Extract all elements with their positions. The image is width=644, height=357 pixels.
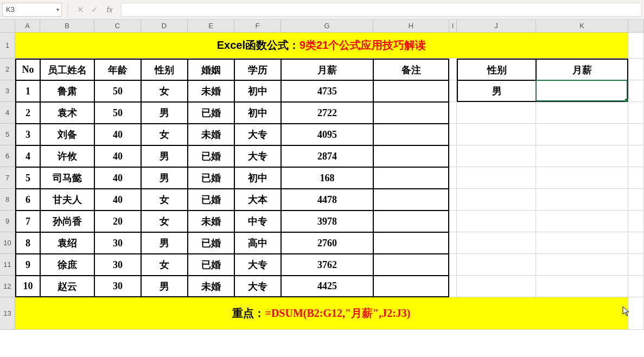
col-header[interactable]: H <box>373 20 449 33</box>
cell-name[interactable]: 许攸 <box>40 145 94 167</box>
cell-marriage[interactable]: 已婚 <box>188 232 234 254</box>
cell[interactable] <box>449 254 457 276</box>
cell-no[interactable]: 4 <box>15 145 40 167</box>
cell[interactable] <box>628 80 644 102</box>
cell-no[interactable]: 5 <box>15 167 40 189</box>
cell-salary[interactable]: 168 <box>281 167 373 189</box>
col-header[interactable]: D <box>141 20 188 33</box>
col-header[interactable]: K <box>536 20 628 33</box>
col-header[interactable]: A <box>15 20 40 33</box>
cell-age[interactable]: 40 <box>94 145 141 167</box>
row-header[interactable]: 2 <box>0 59 15 80</box>
cell-age[interactable]: 50 <box>94 102 141 124</box>
row-header[interactable]: 3 <box>0 80 15 102</box>
cell[interactable] <box>457 276 536 297</box>
row-header[interactable]: 5 <box>0 124 15 145</box>
cell[interactable] <box>628 211 644 232</box>
header-remark[interactable]: 备注 <box>373 59 449 80</box>
cell-age[interactable]: 30 <box>94 232 141 254</box>
col-header[interactable] <box>628 20 644 33</box>
header-edu[interactable]: 学历 <box>234 59 281 80</box>
cell-remark[interactable] <box>373 102 449 124</box>
cell-age[interactable]: 40 <box>94 124 141 145</box>
cell[interactable] <box>628 59 644 80</box>
cell[interactable] <box>536 276 628 297</box>
row-header[interactable]: 11 <box>0 254 15 276</box>
cell-edu[interactable]: 初中 <box>234 102 281 124</box>
cell[interactable] <box>449 124 457 145</box>
cell[interactable] <box>628 102 644 124</box>
cell-edu[interactable]: 高中 <box>234 232 281 254</box>
cell[interactable] <box>449 59 457 80</box>
cell-gender[interactable]: 女 <box>141 211 188 232</box>
cell-gender[interactable]: 男 <box>141 232 188 254</box>
cell-edu[interactable]: 大专 <box>234 124 281 145</box>
cell-gender[interactable]: 男 <box>141 102 188 124</box>
cell[interactable] <box>628 33 644 59</box>
criteria-gender-label[interactable]: 性别 <box>457 59 536 80</box>
cell-marriage[interactable]: 已婚 <box>188 254 234 276</box>
cell[interactable] <box>449 102 457 124</box>
cell[interactable] <box>457 232 536 254</box>
cell-marriage[interactable]: 未婚 <box>188 80 234 102</box>
cell-no[interactable]: 8 <box>15 232 40 254</box>
row-header[interactable]: 8 <box>0 189 15 211</box>
cell-name[interactable]: 甘夫人 <box>40 189 94 211</box>
cell-marriage[interactable]: 未婚 <box>188 124 234 145</box>
cell[interactable] <box>536 167 628 189</box>
cell[interactable] <box>449 232 457 254</box>
cell-edu[interactable]: 大专 <box>234 145 281 167</box>
cell-gender[interactable]: 女 <box>141 80 188 102</box>
cell[interactable] <box>628 254 644 276</box>
cell-edu[interactable]: 大专 <box>234 276 281 297</box>
cell[interactable] <box>628 276 644 297</box>
header-salary[interactable]: 月薪 <box>281 59 373 80</box>
header-marriage[interactable]: 婚姻 <box>188 59 234 80</box>
cell-remark[interactable] <box>373 167 449 189</box>
cell-no[interactable]: 7 <box>15 211 40 232</box>
row-header[interactable]: 6 <box>0 145 15 167</box>
cell-age[interactable]: 40 <box>94 167 141 189</box>
row-header[interactable]: 1 <box>0 33 15 59</box>
cell-no[interactable]: 3 <box>15 124 40 145</box>
col-header[interactable]: J <box>457 20 536 33</box>
cell-remark[interactable] <box>373 276 449 297</box>
cell-age[interactable]: 30 <box>94 254 141 276</box>
cell-marriage[interactable]: 已婚 <box>188 167 234 189</box>
cell-age[interactable]: 50 <box>94 80 141 102</box>
cell[interactable] <box>628 124 644 145</box>
dropdown-icon[interactable]: ▾ <box>56 7 59 12</box>
cell[interactable] <box>457 145 536 167</box>
cell[interactable] <box>449 145 457 167</box>
cell-edu[interactable]: 初中 <box>234 167 281 189</box>
cell-remark[interactable] <box>373 145 449 167</box>
cell[interactable] <box>536 254 628 276</box>
cell-name[interactable]: 袁绍 <box>40 232 94 254</box>
cell-salary[interactable]: 3978 <box>281 211 373 232</box>
cell[interactable] <box>457 189 536 211</box>
cell-name[interactable]: 赵云 <box>40 276 94 297</box>
criteria-salary-label[interactable]: 月薪 <box>536 59 628 80</box>
cell[interactable] <box>449 276 457 297</box>
cell-salary[interactable]: 4735 <box>281 80 373 102</box>
cell[interactable] <box>628 167 644 189</box>
cell-salary[interactable]: 4478 <box>281 189 373 211</box>
name-box[interactable]: K3 ▾ <box>2 3 62 17</box>
cell-edu[interactable]: 大专 <box>234 254 281 276</box>
header-name[interactable]: 员工姓名 <box>40 59 94 80</box>
row-header[interactable]: 10 <box>0 232 15 254</box>
row-header[interactable]: 12 <box>0 276 15 297</box>
row-header[interactable]: 4 <box>0 102 15 124</box>
cell-salary[interactable]: 3762 <box>281 254 373 276</box>
cell-remark[interactable] <box>373 189 449 211</box>
col-header[interactable]: C <box>94 20 141 33</box>
cell-gender[interactable]: 女 <box>141 254 188 276</box>
header-no[interactable]: No <box>15 59 40 80</box>
cell-no[interactable]: 6 <box>15 189 40 211</box>
cell-no[interactable]: 2 <box>15 102 40 124</box>
cell-age[interactable]: 20 <box>94 211 141 232</box>
col-header[interactable]: I <box>449 20 457 33</box>
col-header[interactable]: G <box>281 20 373 33</box>
cell[interactable] <box>457 167 536 189</box>
cell-no[interactable]: 1 <box>15 80 40 102</box>
